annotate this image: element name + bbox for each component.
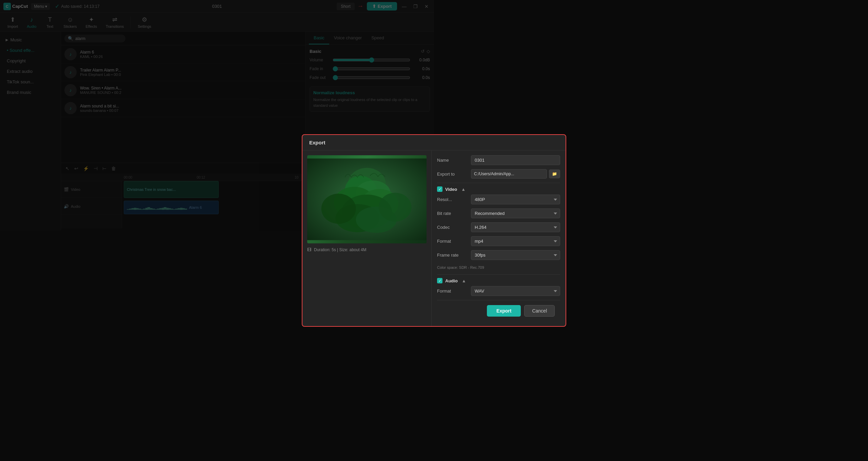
dialog-header: Export: [302, 135, 434, 151]
dialog-overlay: Export: [0, 0, 434, 230]
preview-image: [307, 155, 427, 230]
svg-point-9: [321, 194, 356, 224]
dialog-body: 🎞 Duration: 5s | Size: about 4M Name Exp…: [302, 151, 434, 230]
preview-svg: [307, 155, 427, 230]
export-dialog: Export: [302, 134, 434, 230]
dialog-preview: 🎞 Duration: 5s | Size: about 4M: [302, 151, 431, 230]
dialog-settings: Name Export to 📁 ✓ Video ▲: [431, 151, 434, 230]
svg-point-10: [379, 193, 411, 222]
